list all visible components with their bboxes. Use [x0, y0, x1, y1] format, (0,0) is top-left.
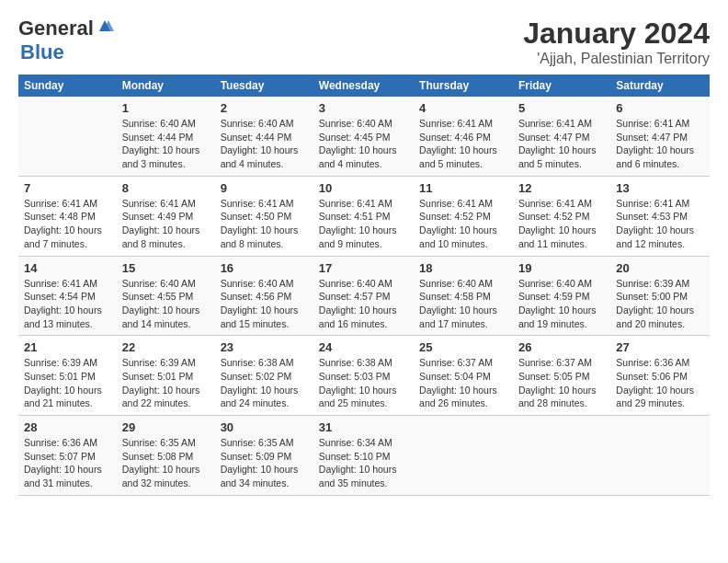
day-cell: 31Sunrise: 6:34 AMSunset: 5:10 PMDayligh…: [313, 416, 414, 496]
day-number: 9: [221, 181, 308, 195]
day-number: 10: [319, 181, 408, 195]
day-cell: 18Sunrise: 6:40 AMSunset: 4:58 PMDayligh…: [414, 256, 513, 336]
day-number: 26: [518, 340, 605, 354]
day-cell: 11Sunrise: 6:41 AMSunset: 4:52 PMDayligh…: [414, 176, 513, 256]
day-info: Sunrise: 6:39 AMSunset: 5:00 PMDaylight:…: [616, 277, 704, 331]
day-cell: 10Sunrise: 6:41 AMSunset: 4:51 PMDayligh…: [313, 176, 414, 256]
column-header-saturday: Saturday: [610, 75, 710, 97]
day-number: 21: [24, 340, 111, 354]
day-cell: 5Sunrise: 6:41 AMSunset: 4:47 PMDaylight…: [513, 97, 610, 176]
day-cell: 27Sunrise: 6:36 AMSunset: 5:06 PMDayligh…: [610, 336, 710, 416]
day-cell: 1Sunrise: 6:40 AMSunset: 4:44 PMDaylight…: [117, 97, 215, 176]
day-number: 17: [319, 261, 408, 275]
page: General Blue January 2024 'Ajjah, Palest…: [0, 0, 728, 505]
day-info: Sunrise: 6:35 AMSunset: 5:08 PMDaylight:…: [122, 436, 210, 490]
day-info: Sunrise: 6:40 AMSunset: 4:59 PMDaylight:…: [518, 277, 605, 331]
day-cell: 14Sunrise: 6:41 AMSunset: 4:54 PMDayligh…: [18, 256, 117, 336]
day-info: Sunrise: 6:36 AMSunset: 5:07 PMDaylight:…: [24, 436, 111, 490]
logo: General Blue: [18, 17, 114, 64]
logo-icon: [96, 18, 114, 33]
column-header-sunday: Sunday: [18, 75, 117, 97]
day-number: 6: [616, 101, 704, 115]
day-cell: 7Sunrise: 6:41 AMSunset: 4:48 PMDaylight…: [18, 176, 117, 256]
day-cell: 19Sunrise: 6:40 AMSunset: 4:59 PMDayligh…: [513, 256, 610, 336]
day-info: Sunrise: 6:41 AMSunset: 4:54 PMDaylight:…: [24, 277, 111, 331]
column-header-monday: Monday: [117, 75, 215, 97]
day-info: Sunrise: 6:39 AMSunset: 5:01 PMDaylight:…: [122, 356, 210, 410]
day-info: Sunrise: 6:34 AMSunset: 5:10 PMDaylight:…: [319, 436, 408, 490]
day-number: 1: [122, 101, 210, 115]
day-number: 27: [616, 340, 704, 354]
day-number: 23: [221, 340, 308, 354]
day-info: Sunrise: 6:41 AMSunset: 4:46 PMDaylight:…: [419, 117, 507, 171]
day-number: 30: [221, 420, 308, 434]
day-info: Sunrise: 6:41 AMSunset: 4:52 PMDaylight:…: [518, 197, 605, 251]
day-number: 24: [319, 340, 408, 354]
day-cell: 12Sunrise: 6:41 AMSunset: 4:52 PMDayligh…: [513, 176, 610, 256]
day-number: 3: [319, 101, 408, 115]
column-header-friday: Friday: [513, 75, 610, 97]
day-cell: 6Sunrise: 6:41 AMSunset: 4:47 PMDaylight…: [610, 97, 710, 176]
day-info: Sunrise: 6:41 AMSunset: 4:47 PMDaylight:…: [518, 117, 605, 171]
day-cell: 28Sunrise: 6:36 AMSunset: 5:07 PMDayligh…: [18, 416, 117, 496]
day-number: 18: [419, 261, 507, 275]
day-number: 28: [24, 420, 111, 434]
day-number: 11: [419, 181, 507, 195]
day-info: Sunrise: 6:40 AMSunset: 4:45 PMDaylight:…: [319, 117, 408, 171]
day-info: Sunrise: 6:41 AMSunset: 4:48 PMDaylight:…: [24, 197, 111, 251]
day-cell: [513, 416, 610, 496]
day-cell: [18, 97, 117, 176]
month-title: January 2024: [523, 17, 710, 51]
calendar-table: SundayMondayTuesdayWednesdayThursdayFrid…: [18, 75, 710, 496]
day-info: Sunrise: 6:40 AMSunset: 4:44 PMDaylight:…: [221, 117, 308, 171]
header: General Blue January 2024 'Ajjah, Palest…: [18, 17, 710, 67]
day-number: 31: [319, 420, 408, 434]
day-info: Sunrise: 6:41 AMSunset: 4:51 PMDaylight:…: [319, 197, 408, 251]
day-cell: 30Sunrise: 6:35 AMSunset: 5:09 PMDayligh…: [215, 416, 313, 496]
day-info: Sunrise: 6:40 AMSunset: 4:57 PMDaylight:…: [319, 277, 408, 331]
day-info: Sunrise: 6:41 AMSunset: 4:49 PMDaylight:…: [122, 197, 210, 251]
day-number: 4: [419, 101, 507, 115]
location-title: 'Ajjah, Palestinian Territory: [523, 51, 710, 67]
day-cell: 16Sunrise: 6:40 AMSunset: 4:56 PMDayligh…: [215, 256, 313, 336]
column-header-wednesday: Wednesday: [313, 75, 414, 97]
day-cell: 9Sunrise: 6:41 AMSunset: 4:50 PMDaylight…: [215, 176, 313, 256]
day-number: 5: [518, 101, 605, 115]
day-cell: 22Sunrise: 6:39 AMSunset: 5:01 PMDayligh…: [117, 336, 215, 416]
week-row-1: 1Sunrise: 6:40 AMSunset: 4:44 PMDaylight…: [18, 97, 710, 176]
day-cell: 3Sunrise: 6:40 AMSunset: 4:45 PMDaylight…: [313, 97, 414, 176]
day-cell: [414, 416, 513, 496]
day-number: 22: [122, 340, 210, 354]
day-number: 7: [24, 181, 111, 195]
day-info: Sunrise: 6:35 AMSunset: 5:09 PMDaylight:…: [221, 436, 308, 490]
week-row-2: 7Sunrise: 6:41 AMSunset: 4:48 PMDaylight…: [18, 176, 710, 256]
day-info: Sunrise: 6:41 AMSunset: 4:47 PMDaylight:…: [616, 117, 704, 171]
day-cell: 24Sunrise: 6:38 AMSunset: 5:03 PMDayligh…: [313, 336, 414, 416]
day-number: 2: [221, 101, 308, 115]
day-cell: 17Sunrise: 6:40 AMSunset: 4:57 PMDayligh…: [313, 256, 414, 336]
column-header-thursday: Thursday: [414, 75, 513, 97]
day-cell: 4Sunrise: 6:41 AMSunset: 4:46 PMDaylight…: [414, 97, 513, 176]
week-row-3: 14Sunrise: 6:41 AMSunset: 4:54 PMDayligh…: [18, 256, 710, 336]
day-cell: 23Sunrise: 6:38 AMSunset: 5:02 PMDayligh…: [215, 336, 313, 416]
logo-general-text: General: [18, 17, 94, 40]
day-cell: 29Sunrise: 6:35 AMSunset: 5:08 PMDayligh…: [117, 416, 215, 496]
day-cell: 8Sunrise: 6:41 AMSunset: 4:49 PMDaylight…: [117, 176, 215, 256]
day-info: Sunrise: 6:41 AMSunset: 4:52 PMDaylight:…: [419, 197, 507, 251]
day-info: Sunrise: 6:41 AMSunset: 4:53 PMDaylight:…: [616, 197, 704, 251]
day-info: Sunrise: 6:37 AMSunset: 5:05 PMDaylight:…: [518, 356, 605, 410]
day-number: 29: [122, 420, 210, 434]
day-info: Sunrise: 6:41 AMSunset: 4:50 PMDaylight:…: [221, 197, 308, 251]
day-info: Sunrise: 6:36 AMSunset: 5:06 PMDaylight:…: [616, 356, 704, 410]
day-info: Sunrise: 6:40 AMSunset: 4:55 PMDaylight:…: [122, 277, 210, 331]
week-row-4: 21Sunrise: 6:39 AMSunset: 5:01 PMDayligh…: [18, 336, 710, 416]
day-number: 8: [122, 181, 210, 195]
day-cell: 21Sunrise: 6:39 AMSunset: 5:01 PMDayligh…: [18, 336, 117, 416]
day-cell: 13Sunrise: 6:41 AMSunset: 4:53 PMDayligh…: [610, 176, 710, 256]
day-info: Sunrise: 6:38 AMSunset: 5:03 PMDaylight:…: [319, 356, 408, 410]
day-number: 25: [419, 340, 507, 354]
day-number: 15: [122, 261, 210, 275]
day-info: Sunrise: 6:38 AMSunset: 5:02 PMDaylight:…: [221, 356, 308, 410]
day-info: Sunrise: 6:40 AMSunset: 4:56 PMDaylight:…: [221, 277, 308, 331]
logo-blue-text: Blue: [20, 40, 64, 63]
